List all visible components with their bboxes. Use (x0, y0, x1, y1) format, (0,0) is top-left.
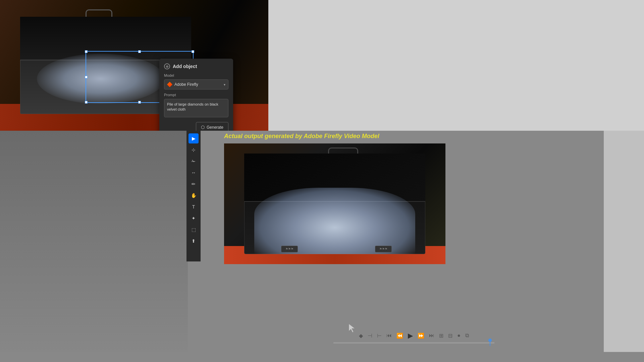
add-object-icon: ⊕ (164, 63, 170, 69)
tools-sidebar: ▶ ⊹ ✁ ↔ ✏ ✋ T ✦ ⬚ ⬆ (186, 131, 201, 261)
tool-pen[interactable]: ✏ (189, 179, 199, 189)
playback-area: ◆ ⊣ ⊢ ⏮ ⏪ ▶ ⏩ ⏭ ⊞ ⊟ ● ⧉ (224, 331, 604, 344)
video-frame: ⚑⚑⚑ ⚑⚑⚑ (224, 143, 445, 264)
ctrl-fit[interactable]: ⊞ (439, 333, 443, 339)
model-dropdown[interactable]: Adobe Firefly ▾ (164, 79, 228, 89)
timeline-bar[interactable] (333, 342, 494, 344)
popup-header: ⊕ Add object (164, 63, 228, 69)
video-content: ⚑⚑⚑ ⚑⚑⚑ (224, 143, 445, 264)
ctrl-out-point[interactable]: ⊢ (377, 333, 382, 339)
add-object-popup: ⊕ Add object Model Adobe Firefly ▾ Promp… (159, 59, 233, 131)
tool-magic[interactable]: ✦ (189, 213, 199, 223)
generate-label: Generate (207, 125, 223, 130)
ctrl-safe-margin[interactable]: ⊟ (448, 333, 452, 339)
right-panel (268, 0, 644, 131)
right-side-panel (604, 131, 644, 362)
ctrl-camera[interactable]: ● (457, 333, 461, 339)
tool-transform[interactable]: ⊹ (189, 145, 199, 155)
tool-crop[interactable]: ✁ (189, 156, 199, 166)
popup-title: Add object (173, 64, 197, 69)
timeline-needle (490, 340, 490, 346)
top-section: ⊕ Add object Model Adobe Firefly ▾ Promp… (0, 0, 644, 131)
needle-head (488, 339, 492, 342)
ctrl-play[interactable]: ▶ (408, 331, 413, 340)
canvas-area[interactable]: ⊕ Add object Model Adobe Firefly ▾ Promp… (0, 0, 268, 131)
tool-resize[interactable]: ↔ (189, 168, 199, 178)
tool-text[interactable]: T (189, 202, 199, 212)
model-name: Adobe Firefly (174, 82, 222, 87)
left-bottom-panel (0, 131, 188, 362)
generate-icon: ⬡ (201, 125, 205, 130)
svg-marker-0 (349, 324, 355, 333)
tool-hand[interactable]: ✋ (189, 190, 199, 200)
cursor-indicator (348, 323, 356, 335)
video-output-label: Actual output generated by Adobe Firefly… (224, 131, 379, 142)
tool-mask[interactable]: ⬚ (189, 225, 199, 235)
model-label: Model (164, 73, 228, 77)
ctrl-step-back[interactable]: ⏪ (396, 333, 403, 339)
video-area: Actual output generated by Adobe Firefly… (201, 131, 604, 362)
bottom-strip (0, 352, 644, 362)
tool-export[interactable]: ⬆ (189, 236, 199, 246)
ctrl-go-end[interactable]: ⏭ (429, 333, 434, 339)
ctrl-in-point[interactable]: ⊣ (368, 333, 372, 339)
firefly-icon (167, 82, 172, 87)
tool-select[interactable]: ▶ (189, 133, 199, 143)
prompt-input[interactable]: Pile of large diamonds on black velvet c… (164, 99, 228, 117)
playback-controls: ◆ ⊣ ⊢ ⏮ ⏪ ▶ ⏩ ⏭ ⊞ ⊟ ● ⧉ (359, 331, 469, 340)
ctrl-step-forward[interactable]: ⏩ (418, 333, 424, 339)
ctrl-marker[interactable]: ◆ (359, 333, 363, 339)
chevron-down-icon: ▾ (224, 83, 225, 86)
ctrl-multicam[interactable]: ⧉ (465, 333, 469, 339)
prompt-label: Prompt (164, 93, 228, 97)
ctrl-go-start[interactable]: ⏮ (386, 333, 392, 339)
generate-button[interactable]: ⬡ Generate (196, 122, 228, 131)
